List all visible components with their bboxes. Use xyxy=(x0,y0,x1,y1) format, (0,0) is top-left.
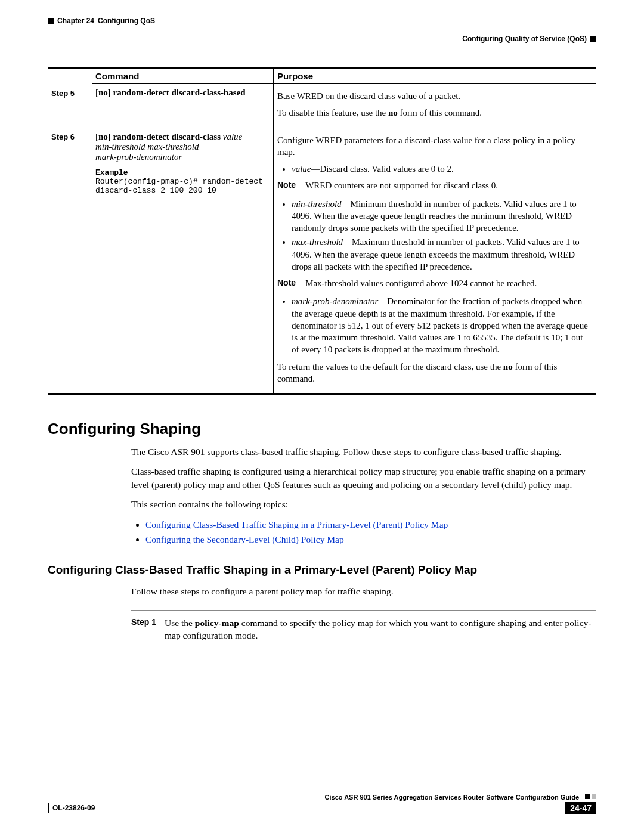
example-code: Router(config-pmap-c)# random-detect dis… xyxy=(95,177,268,195)
footer-bar-icon xyxy=(48,803,49,813)
chapter-title: Configuring QoS xyxy=(98,17,155,25)
body-paragraph: This section contains the following topi… xyxy=(131,498,596,510)
footer-squares-icon xyxy=(585,794,596,799)
bullet-item: value—Discard class. Valid values are 0 … xyxy=(292,163,592,175)
cmd-arg: value xyxy=(221,132,242,141)
table-row: Step 6 [no] random-detect discard-class … xyxy=(48,128,596,394)
step-number: Step 1 xyxy=(131,617,156,642)
page-footer: Cisco ASR 901 Series Aggregation Service… xyxy=(48,792,596,814)
header-square-icon xyxy=(48,18,54,24)
purpose-cell: Configure WRED parameters for a discard-… xyxy=(274,128,597,394)
purpose-line: To disable this feature, use the no form… xyxy=(277,107,592,119)
list-item: Configuring the Secondary-Level (Child) … xyxy=(145,533,596,546)
note-text: WRED counters are not supported for disc… xyxy=(305,179,592,191)
note-text: Max-threshold values configured above 10… xyxy=(305,277,592,289)
step-rule xyxy=(131,610,596,611)
cmd-text: random-detect discard-class-based xyxy=(111,88,246,97)
list-item: Configuring Class-Based Traffic Shaping … xyxy=(145,518,596,531)
note-block: Note Max-threshold values configured abo… xyxy=(277,277,592,289)
section-heading: Configuring Shaping xyxy=(48,420,596,438)
note-label: Note xyxy=(277,179,296,191)
step-text: Use the policy-map command to specify th… xyxy=(165,617,596,642)
chapter-label: Chapter 24 xyxy=(57,17,94,25)
cmd-arg: min-threshold max-threshold xyxy=(95,142,268,152)
page: Chapter 24 Configuring QoS Configuring Q… xyxy=(0,0,644,833)
section-body: The Cisco ASR 901 supports class-based t… xyxy=(131,445,596,546)
header-right: Configuring Quality of Service (QoS) xyxy=(462,35,596,43)
purpose-line: Base WRED on the discard class value of … xyxy=(277,90,592,102)
body-paragraph: Follow these steps to configure a parent… xyxy=(131,585,596,597)
example-label: Example xyxy=(95,168,268,177)
header-left: Chapter 24 Configuring QoS xyxy=(48,17,155,25)
subsection-heading: Configuring Class-Based Traffic Shaping … xyxy=(48,563,596,577)
xref-link[interactable]: Configuring the Secondary-Level (Child) … xyxy=(145,534,344,544)
bullet-item: min-threshold—Minimum threshold in numbe… xyxy=(292,198,592,234)
purpose-intro: Configure WRED parameters for a discard-… xyxy=(277,134,592,159)
page-number-badge: 24-47 xyxy=(565,802,596,814)
command-cell: [no] random-detect discard-class value m… xyxy=(92,128,274,394)
step-block: Step 1 Use the policy-map command to spe… xyxy=(131,610,596,642)
footer-docid: OL-23826-09 xyxy=(52,804,95,812)
body-paragraph: The Cisco ASR 901 supports class-based t… xyxy=(131,445,596,458)
subsection-body: Follow these steps to configure a parent… xyxy=(131,585,596,597)
col-purpose: Purpose xyxy=(274,68,597,84)
note-block: Note WRED counters are not supported for… xyxy=(277,179,592,191)
note-label: Note xyxy=(277,277,296,289)
bullet-item: max-threshold—Maximum threshold in numbe… xyxy=(292,236,592,272)
command-cell: [no] random-detect discard-class-based xyxy=(92,84,274,128)
cmd-no-prefix: [no] xyxy=(95,132,111,141)
footer-left: OL-23826-09 xyxy=(48,803,95,813)
body-paragraph: Class-based traffic shaping is configure… xyxy=(131,465,596,491)
purpose-outro: To return the values to the default for … xyxy=(277,361,592,385)
xref-link[interactable]: Configuring Class-Based Traffic Shaping … xyxy=(145,519,448,529)
bullet-item: mark-prob-denominator—Denominator for th… xyxy=(292,295,592,355)
header-square-icon-right xyxy=(590,36,596,42)
footer-guide-title: Cisco ASR 901 Series Aggregation Service… xyxy=(48,792,579,801)
table-row: Step 5 [no] random-detect discard-class-… xyxy=(48,84,596,128)
cmd-arg: mark-prob-denominator xyxy=(95,152,268,162)
step-label: Step 5 xyxy=(48,84,92,128)
section-title-header: Configuring Quality of Service (QoS) xyxy=(462,35,587,43)
command-table: Command Purpose Step 5 [no] random-detec… xyxy=(48,67,596,395)
cmd-no-prefix: [no] xyxy=(95,88,111,97)
purpose-cell: Base WRED on the discard class value of … xyxy=(274,84,597,128)
col-command: Command xyxy=(92,68,274,84)
step-label: Step 6 xyxy=(48,128,92,394)
cmd-text: random-detect discard-class xyxy=(111,132,221,141)
